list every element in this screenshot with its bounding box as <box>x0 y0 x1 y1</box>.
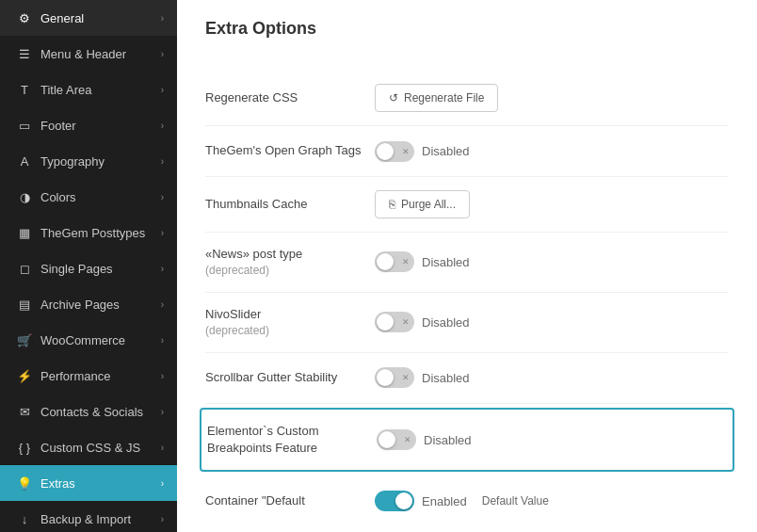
option-control-news-post-type: Disabled <box>375 251 729 272</box>
toggle-nivoslider[interactable] <box>375 312 414 332</box>
deprecated-news-post-type: (deprecated) <box>205 263 375 279</box>
toggle-knob-open-graph-tags <box>377 143 394 160</box>
chevron-performance: › <box>161 371 164 381</box>
option-control-nivoslider: Disabled <box>375 312 729 332</box>
sidebar-item-extras[interactable]: 💡Extras› <box>0 465 177 501</box>
sidebar-label-archive-pages: Archive Pages <box>40 298 161 312</box>
thegem-posttypes-icon: ▦ <box>16 224 33 241</box>
menu-header-icon: ☰ <box>16 45 33 62</box>
chevron-archive-pages: › <box>161 299 164 310</box>
toggle-status-elementor-breakpoints: Disabled <box>424 433 472 447</box>
archive-pages-icon: ▤ <box>16 296 33 313</box>
option-row-container-default: Container "DefaultEnabledDefault Value <box>205 476 729 526</box>
option-label-thumbnails-cache: Thumbnails Cache <box>205 196 375 213</box>
btn-regenerate-css[interactable]: ↺Regenerate File <box>375 84 498 112</box>
toggle-container-default[interactable] <box>375 491 414 511</box>
sidebar-item-custom-css-js[interactable]: { }Custom CSS & JS› <box>0 429 177 465</box>
toggle-wrap-container-default: EnabledDefault Value <box>375 491 549 511</box>
main-content: Extra Options Regenerate CSS↺Regenerate … <box>177 0 757 532</box>
btn-icon-thumbnails-cache: ⎘ <box>389 198 395 211</box>
options-container: Regenerate CSS↺Regenerate FileTheGem's O… <box>205 71 729 526</box>
sidebar-label-typography: Typography <box>40 154 161 169</box>
option-row-news-post-type: «News» post type(deprecated)Disabled <box>205 233 729 293</box>
toggle-status-open-graph-tags: Disabled <box>422 144 470 158</box>
sidebar-item-colors[interactable]: ◑Colors› <box>0 179 177 215</box>
chevron-title-area: › <box>161 85 164 95</box>
btn-label-regenerate-css: Regenerate File <box>404 91 484 105</box>
toggle-news-post-type[interactable] <box>375 251 414 272</box>
sidebar-label-woocommerce: WooCommerce <box>40 333 161 347</box>
sidebar-item-typography[interactable]: ATypography› <box>0 143 177 179</box>
woocommerce-icon: 🛒 <box>16 331 33 348</box>
deprecated-nivoslider: (deprecated) <box>205 323 375 339</box>
btn-label-thumbnails-cache: Purge All... <box>401 198 456 211</box>
toggle-scrollbar-gutter[interactable] <box>375 367 414 388</box>
custom-css-js-icon: { } <box>16 439 33 456</box>
toggle-status-scrollbar-gutter: Disabled <box>422 371 470 385</box>
option-control-container-default: EnabledDefault Value <box>375 491 729 511</box>
chevron-custom-css-js: › <box>161 443 164 453</box>
option-label-nivoslider: NivoSlider(deprecated) <box>205 306 375 339</box>
toggle-wrap-nivoslider: Disabled <box>375 312 470 332</box>
chevron-extras: › <box>161 478 164 489</box>
sidebar-label-contacts-socials: Contacts & Socials <box>40 405 161 419</box>
toggle-status-news-post-type: Disabled <box>422 255 470 269</box>
toggle-knob-container-default <box>395 492 412 509</box>
option-label-news-post-type: «News» post type(deprecated) <box>205 246 375 279</box>
toggle-open-graph-tags[interactable] <box>375 141 414 162</box>
sidebar-item-single-pages[interactable]: ◻Single Pages› <box>0 250 177 286</box>
sidebar-label-menu-header: Menu & Header <box>40 47 161 61</box>
sidebar-item-title-area[interactable]: TTitle Area› <box>0 72 177 107</box>
btn-thumbnails-cache[interactable]: ⎘Purge All... <box>375 190 470 218</box>
toggle-status-nivoslider: Disabled <box>422 315 470 330</box>
sidebar: ⚙General›☰Menu & Header›TTitle Area›▭Foo… <box>0 0 177 532</box>
toggle-wrap-scrollbar-gutter: Disabled <box>375 367 470 388</box>
footer-icon: ▭ <box>16 117 33 134</box>
sidebar-label-performance: Performance <box>40 369 161 383</box>
sidebar-item-backup-import[interactable]: ↓Backup & Import› <box>0 501 177 532</box>
default-value-container-default: Default Value <box>482 494 549 508</box>
sidebar-label-custom-css-js: Custom CSS & JS <box>40 441 161 455</box>
sidebar-label-title-area: Title Area <box>40 83 161 97</box>
extras-icon: 💡 <box>16 475 33 492</box>
page-title: Extra Options <box>205 19 729 48</box>
colors-icon: ◑ <box>16 188 33 205</box>
toggle-wrap-elementor-breakpoints: Disabled <box>377 429 472 450</box>
option-control-thumbnails-cache: ⎘Purge All... <box>375 190 729 218</box>
chevron-menu-header: › <box>161 49 164 59</box>
sidebar-label-single-pages: Single Pages <box>40 262 161 276</box>
btn-icon-regenerate-css: ↺ <box>389 91 398 105</box>
option-control-elementor-breakpoints: Disabled <box>377 429 727 450</box>
option-row-elementor-breakpoints: Elementor`s Custom Breakpoints FeatureDi… <box>200 408 734 472</box>
toggle-status-container-default: Enabled <box>422 494 467 508</box>
toggle-elementor-breakpoints[interactable] <box>377 429 416 450</box>
option-label-container-default: Container "Default <box>205 492 375 509</box>
sidebar-item-general[interactable]: ⚙General› <box>0 0 177 36</box>
chevron-woocommerce: › <box>161 335 164 346</box>
performance-icon: ⚡ <box>16 367 33 384</box>
sidebar-item-performance[interactable]: ⚡Performance› <box>0 358 177 394</box>
sidebar-item-thegem-posttypes[interactable]: ▦TheGem Posttypes› <box>0 215 177 250</box>
single-pages-icon: ◻ <box>16 260 33 277</box>
sidebar-label-backup-import: Backup & Import <box>40 512 161 526</box>
option-row-nivoslider: NivoSlider(deprecated)Disabled <box>205 293 729 353</box>
option-row-open-graph-tags: TheGem's Open Graph TagsDisabled <box>205 126 729 177</box>
chevron-footer: › <box>161 121 164 131</box>
option-label-open-graph-tags: TheGem's Open Graph Tags <box>205 142 375 159</box>
sidebar-item-contacts-socials[interactable]: ✉Contacts & Socials› <box>0 394 177 429</box>
general-icon: ⚙ <box>16 9 33 26</box>
sidebar-item-menu-header[interactable]: ☰Menu & Header› <box>0 36 177 72</box>
sidebar-item-woocommerce[interactable]: 🛒WooCommerce› <box>0 322 177 358</box>
chevron-thegem-posttypes: › <box>161 228 164 238</box>
sidebar-label-footer: Footer <box>40 119 161 133</box>
toggle-wrap-news-post-type: Disabled <box>375 251 470 272</box>
option-control-open-graph-tags: Disabled <box>375 141 729 162</box>
sidebar-item-footer[interactable]: ▭Footer› <box>0 107 177 143</box>
toggle-knob-scrollbar-gutter <box>377 369 394 386</box>
option-row-regenerate-css: Regenerate CSS↺Regenerate File <box>205 71 729 126</box>
chevron-backup-import: › <box>161 514 164 524</box>
sidebar-item-archive-pages[interactable]: ▤Archive Pages› <box>0 286 177 322</box>
title-area-icon: T <box>16 81 33 98</box>
sidebar-label-general: General <box>40 11 161 25</box>
chevron-colors: › <box>161 192 164 202</box>
